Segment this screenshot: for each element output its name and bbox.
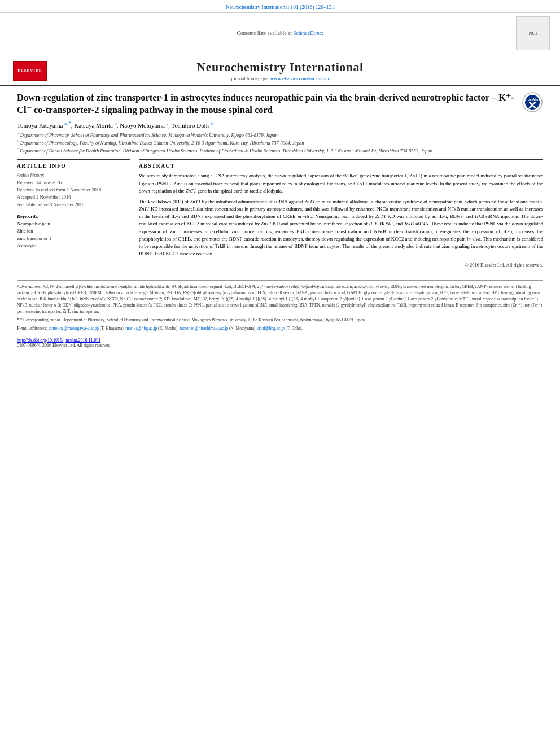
article-title-block: Down-regulation of zinc transporter-1 in… [17,91,543,117]
article-info-column: Article info Article history: Received 1… [17,159,130,268]
keyword-4: Astrocyte [17,242,130,250]
email-label: E-mail addresses: [17,326,47,331]
journal-title-area: ELSEVIER Neurochemistry International jo… [0,54,560,86]
available-online-date: Available online 3 November 2016 [17,201,130,208]
contents-bar-center: Contents lists available at ScienceDirec… [145,30,415,36]
author-2: Katsuya Morita b, [74,122,118,129]
affiliation-a: a Department of Pharmacy, School of Phar… [17,131,543,139]
corresponding-author-line: * * Corresponding author. Department of … [17,317,543,324]
journal-citation-header: Neurochemistry International 101 (2016) … [0,0,560,13]
affiliation-b: b Department of Pharmacology, Faculty of… [17,139,543,147]
keywords-block: Keywords: Neuropathic pain Zinc ion Zinc… [17,213,130,249]
keywords-label: Keywords: [17,213,130,219]
abstract-paragraph-2: The knockdown (KD) of ZnT1 by the intrat… [139,198,543,258]
article-info-heading: Article info [17,163,130,169]
nci-logo: NCI [516,16,550,50]
journal-homepage: journal homepage: www.elsevier.com/locat… [50,76,510,81]
contents-bar: Contents lists available at ScienceDirec… [0,13,560,54]
article-content: Down-regulation of zinc transporter-1 in… [0,86,560,273]
journal-citation-text: Neurochemistry International 101 (2016) … [226,5,334,10]
article-title-text: Down-regulation of zinc transporter-1 in… [17,91,516,117]
svg-point-1 [525,95,540,110]
crossmark-badge: CrossMark [522,91,543,113]
author-4: Toshihiro Dohi b [172,122,213,129]
journal-name: Neurochemistry International [50,60,510,75]
email-dohi[interactable]: dohi@hbg.ac.jp [257,326,285,331]
article-history-block: Article history: Received 14 June 2016 R… [17,172,130,208]
elsevier-logo: ELSEVIER [10,61,50,81]
journal-name-center: Neurochemistry International journal hom… [50,60,510,81]
abbreviations-label: Abbreviations: [17,284,42,289]
doi-line: http://dx.doi.org/10.1016/j.neuint.2016.… [0,335,560,343]
doi-link[interactable]: http://dx.doi.org/10.1016/j.neuint.2016.… [17,338,100,343]
page: Neurochemistry International 101 (2016) … [0,0,560,747]
abstract-text: We previously demonstrated, using a DNA … [139,172,543,257]
email-line: E-mail addresses: tomokita@mukogawa-u.ac… [17,326,543,332]
received-date: Received 14 June 2016 [17,179,130,186]
abstract-copyright: © 2016 Elsevier Ltd. All rights reserved… [139,262,543,268]
accepted-date: Accepted 2 November 2016 [17,194,130,201]
elsevier-logo-img: ELSEVIER [13,61,47,81]
abbreviations-text: A3, N-(2-aminoethyl)-5-chloronaphthalene… [17,284,542,314]
abstract-column: Abstract We previously demonstrated, usi… [139,159,543,268]
journal-homepage-link[interactable]: www.elsevier.com/locate/nci [270,76,329,81]
email-morika[interactable]: morika@hbg.ac.jp [126,326,158,331]
keyword-1: Neuropathic pain [17,220,130,228]
corresponding-star: * [17,317,19,322]
abstract-paragraph-1: We previously demonstrated, using a DNA … [139,172,543,195]
authors-line: Tomoya Kitayama a, *, Katsuya Morita b, … [17,121,543,129]
corresponding-text: Department of Pharmacy, School of Pharma… [62,317,366,322]
two-column-layout: Article info Article history: Received 1… [17,159,543,268]
abbreviations-line: Abbreviations: A3, N-(2-aminoethyl)-5-ch… [17,284,543,314]
email-motonao[interactable]: motonao@hiroshima-u.ac.jp [180,326,228,331]
svg-text:CrossMark: CrossMark [524,98,541,101]
keyword-3: Zinc transporter 1 [17,235,130,242]
history-label: Article history: [17,172,130,179]
issn-line: 0197-0186/© 2016 Elsevier Ltd. All right… [0,343,560,352]
article-title: Down-regulation of zinc transporter-1 in… [17,92,514,115]
sciencedirect-link[interactable]: ScienceDirect [293,30,323,36]
author-1: Tomoya Kitayama a, *, [17,122,72,129]
corresponding-label: * Corresponding author. [20,317,62,322]
contents-bar-right: NCI [415,16,550,50]
elsevier-label: ELSEVIER [18,68,42,73]
author-3: Naoyo Motoyama c, [120,122,170,129]
email-tomokita[interactable]: tomokita@mukogawa-u.ac.jp [49,326,99,331]
affiliations-block: a Department of Pharmacy, School of Phar… [17,131,543,154]
footnotes-area: Abbreviations: A3, N-(2-aminoethyl)-5-ch… [17,280,543,331]
affiliation-c: c Department of Dental Science for Healt… [17,147,543,155]
contents-text: Contents lists available at [237,30,291,36]
received-revised-date: Received in revised form 2 November 2016 [17,186,130,194]
keyword-2: Zinc ion [17,228,130,235]
homepage-label: journal homepage: [231,76,269,81]
abstract-heading: Abstract [139,163,543,169]
